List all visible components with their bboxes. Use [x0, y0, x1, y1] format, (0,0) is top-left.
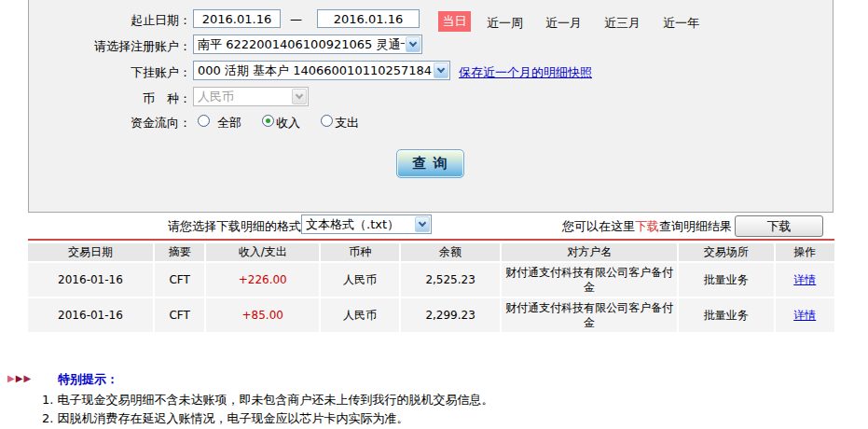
currency-value: 人民币 — [194, 88, 291, 105]
sub-account-label: 下挂账户： — [131, 64, 191, 81]
flow-direction-label: 资金流向： — [131, 115, 191, 131]
col-header-amount: 收入/支出 — [206, 243, 319, 261]
download-format-select[interactable]: 文本格式（.txt） — [301, 214, 432, 234]
cell-counterparty: 财付通支付科技有限公司客户备付金 — [502, 263, 676, 297]
cell-balance: 2,525.23 — [401, 263, 501, 297]
flow-all-label: 全部 — [217, 115, 241, 131]
date-to-input[interactable] — [317, 9, 420, 28]
col-header-balance: 余额 — [401, 243, 501, 261]
date-from-input[interactable] — [193, 9, 281, 28]
flow-income-label: 收入 — [276, 115, 300, 131]
special-notes-title: 特别提示： — [58, 371, 118, 388]
download-button[interactable]: 下载 — [735, 215, 823, 237]
special-note-2: 2. 因脱机消费存在延迟入账情况，电子现金应以芯片卡内实际为准。 — [42, 410, 409, 427]
download-format-value: 文本格式（.txt） — [302, 215, 414, 233]
cell-venue: 批量业务 — [679, 263, 774, 297]
cell-venue: 批量业务 — [679, 298, 774, 332]
quick-range-today-button[interactable]: 当日 — [438, 11, 471, 32]
cell-date: 2016-01-16 — [28, 298, 153, 332]
cell-date: 2016-01-16 — [28, 263, 153, 297]
flow-income-radio[interactable] — [262, 115, 274, 127]
query-button[interactable]: 查 询 — [396, 149, 464, 178]
date-dash: — — [290, 12, 302, 26]
sub-account-select[interactable]: 000 活期 基本户 1406600101102571848 — [193, 61, 450, 80]
cell-amount: +85.00 — [206, 298, 319, 332]
quick-range-year-button[interactable]: 近一年 — [663, 15, 699, 32]
col-header-currency: 币种 — [321, 243, 399, 261]
download-hint-highlight: 下载 — [635, 219, 659, 233]
cell-balance: 2,299.23 — [401, 298, 501, 332]
quick-range-month-button[interactable]: 近一月 — [545, 15, 582, 32]
download-hint-suffix: 查询明细结果 — [659, 219, 732, 233]
chevron-down-icon[interactable] — [434, 62, 448, 78]
flow-expense-label: 支出 — [335, 115, 359, 131]
currency-select-disabled: 人民币 — [193, 87, 309, 106]
col-header-action: 操作 — [776, 243, 835, 261]
registered-account-label: 请选择注册账户： — [94, 38, 191, 55]
download-hint: 您可以在这里下载查询明细结果 — [562, 218, 732, 235]
cell-summary: CFT — [155, 263, 204, 297]
quick-range-quarter-button[interactable]: 近三月 — [604, 15, 641, 32]
cell-summary: CFT — [155, 298, 204, 332]
date-range-label: 起止日期： — [131, 12, 191, 29]
registered-account-value: 南平 6222001406100921065 灵通卡 — [194, 35, 405, 53]
download-format-label: 请您选择下载明细的格式 — [168, 218, 301, 235]
table-row: 2016-01-16 CFT +226.00 人民币 2,525.23 财付通支… — [28, 263, 834, 297]
currency-label: 币 种： — [143, 90, 191, 107]
download-hint-prefix: 您可以在这里 — [562, 219, 635, 233]
col-header-counterparty: 对方户名 — [502, 243, 676, 261]
registered-account-select[interactable]: 南平 6222001406100921065 灵通卡 — [193, 35, 422, 54]
cell-currency: 人民币 — [321, 263, 399, 297]
col-header-summary: 摘要 — [155, 243, 204, 261]
detail-link[interactable]: 详情 — [793, 309, 816, 322]
cell-currency: 人民币 — [321, 298, 399, 332]
sub-account-value: 000 活期 基本户 1406600101102571848 — [194, 62, 433, 79]
save-snapshot-link[interactable]: 保存近一个月的明细快照 — [459, 64, 592, 81]
table-header-row: 交易日期 摘要 收入/支出 币种 余额 对方户名 交易场所 操作 — [28, 243, 834, 261]
quick-range-week-button[interactable]: 近一周 — [487, 15, 523, 32]
radio-selected-dot — [266, 118, 270, 123]
chevron-down-icon[interactable] — [415, 216, 430, 232]
special-note-1: 1. 电子现金交易明细不含未达账项，即未包含商户还未上传到我行的脱机交易信息。 — [42, 392, 494, 408]
cell-counterparty: 财付通支付科技有限公司客户备付金 — [502, 298, 676, 332]
transaction-table: 交易日期 摘要 收入/支出 币种 余额 对方户名 交易场所 操作 2016-01… — [26, 242, 836, 334]
chevron-down-icon — [292, 89, 307, 104]
col-header-venue: 交易场所 — [679, 243, 774, 261]
flow-expense-radio[interactable] — [321, 115, 333, 127]
col-header-date: 交易日期 — [28, 243, 153, 261]
table-row: 2016-01-16 CFT +85.00 人民币 2,299.23 财付通支付… — [28, 298, 834, 332]
chevron-down-icon[interactable] — [406, 36, 420, 52]
detail-link[interactable]: 详情 — [793, 273, 816, 286]
flow-all-radio[interactable] — [198, 115, 210, 127]
cell-amount: +226.00 — [206, 263, 319, 297]
triple-arrow-icon: ▶▶▶ — [7, 373, 32, 383]
table-top-divider — [28, 239, 834, 241]
